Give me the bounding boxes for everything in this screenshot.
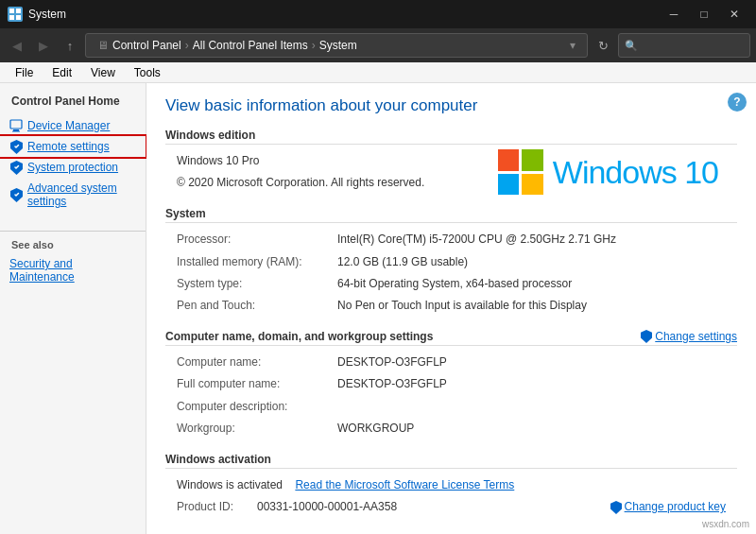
sidebar-title: Control Panel Home: [0, 91, 146, 115]
path-sep-2: ›: [312, 39, 316, 52]
search-icon: 🔍: [625, 40, 638, 52]
up-button[interactable]: ↑: [59, 34, 81, 57]
titlebar-app-icon: [8, 7, 23, 22]
path-dropdown-icon: ▾: [570, 39, 576, 52]
advanced-settings-icon: [9, 188, 23, 201]
windows-logo-grid: [498, 149, 543, 195]
help-button[interactable]: ?: [728, 93, 747, 112]
path-sep-1: ›: [185, 39, 189, 52]
system-type-value: 64-bit Operating System, x64-based proce…: [337, 275, 726, 293]
watermark: wsxdn.com: [699, 518, 752, 530]
system-protection-icon: [9, 161, 23, 174]
svg-rect-2: [9, 15, 14, 20]
menu-file[interactable]: File: [8, 64, 41, 81]
product-id-value: 00331-10000-00001-AA358: [257, 498, 610, 516]
titlebar: System ─ □ ✕: [0, 0, 756, 28]
product-id-label: Product ID:: [177, 498, 257, 516]
path-system: System: [319, 39, 357, 52]
computer-section-header: Computer name, domain, and workgroup set…: [165, 330, 737, 346]
processor-label: Processor:: [177, 231, 337, 249]
path-control-panel: Control Panel: [112, 39, 181, 52]
menubar: File Edit View Tools: [0, 62, 756, 83]
change-settings-button[interactable]: Change settings: [641, 330, 737, 343]
workgroup-value: WORKGROUP: [337, 420, 726, 438]
titlebar-controls: ─ □ ✕: [660, 0, 748, 28]
titlebar-title: System: [28, 8, 660, 21]
path-all-items: All Control Panel Items: [193, 39, 308, 52]
refresh-button[interactable]: ↻: [592, 34, 614, 57]
content-area: ? View basic information about your comp…: [146, 83, 756, 534]
forward-button[interactable]: ▶: [32, 34, 55, 57]
change-settings-label: Change settings: [655, 330, 737, 343]
win-tile-blue: [498, 174, 520, 196]
svg-rect-4: [10, 120, 22, 129]
menu-edit[interactable]: Edit: [44, 64, 79, 81]
computer-desc-label: Computer description:: [177, 398, 337, 416]
menu-view[interactable]: View: [83, 64, 123, 81]
system-protection-label: System protection: [27, 161, 118, 174]
activation-status-row: Windows is activated Read the Microsoft …: [165, 474, 737, 496]
security-maintenance-label: Security and Maintenance: [9, 257, 136, 284]
pen-touch-row: Pen and Touch: No Pen or Touch Input is …: [165, 295, 737, 317]
change-product-key-button[interactable]: Change product key: [610, 498, 726, 516]
windows-logo-container: Windows 10: [498, 149, 718, 195]
main-container: Control Panel Home Device Manager Remote…: [0, 83, 756, 534]
sidebar-item-remote-settings[interactable]: Remote settings: [0, 136, 146, 157]
full-computer-name-row: Full computer name: DESKTOP-O3FGFLP: [165, 373, 737, 395]
win-tile-yellow: [522, 174, 543, 196]
system-type-label: System type:: [177, 275, 337, 293]
license-terms-link[interactable]: Read the Microsoft Software License Term…: [295, 478, 514, 491]
pen-touch-label: Pen and Touch:: [177, 297, 337, 315]
computer-name-value: DESKTOP-O3FGFLP: [337, 353, 726, 371]
full-computer-name-value: DESKTOP-O3FGFLP: [337, 375, 726, 393]
windows-edition-section: Windows edition Windows 10 Windows 10 Pr…: [165, 129, 737, 194]
device-manager-label: Device Manager: [27, 119, 110, 132]
win-tile-green: [522, 149, 543, 171]
minimize-button[interactable]: ─: [660, 0, 688, 28]
activation-section-header: Windows activation: [165, 453, 737, 469]
computer-section-title: Computer name, domain, and workgroup set…: [165, 330, 433, 343]
system-type-row: System type: 64-bit Operating System, x6…: [165, 273, 737, 295]
remote-settings-icon: [9, 140, 23, 153]
svg-rect-6: [12, 131, 20, 132]
sidebar-item-device-manager[interactable]: Device Manager: [0, 115, 146, 136]
address-path[interactable]: 🖥 Control Panel › All Control Panel Item…: [85, 33, 588, 58]
menu-tools[interactable]: Tools: [127, 64, 168, 81]
processor-value: Intel(R) Core(TM) i5-7200U CPU @ 2.50GHz…: [337, 231, 726, 249]
see-also-header: See also: [0, 231, 146, 254]
windows-logo-text: Windows 10: [553, 154, 718, 191]
back-button[interactable]: ◀: [6, 34, 28, 57]
system-section-header: System: [165, 207, 737, 223]
sidebar-item-system-protection[interactable]: System protection: [0, 157, 146, 178]
computer-desc-value: [337, 398, 726, 416]
win-tile-red: [498, 149, 520, 171]
advanced-settings-label: Advanced system settings: [27, 181, 136, 208]
computer-name-section: Computer name, domain, and workgroup set…: [165, 330, 737, 439]
addressbar: ◀ ▶ ↑ 🖥 Control Panel › All Control Pane…: [0, 28, 756, 62]
activation-status: Windows is activated Read the Microsoft …: [177, 476, 726, 494]
content-title: View basic information about your comput…: [165, 96, 737, 115]
close-button[interactable]: ✕: [720, 0, 748, 28]
workgroup-label: Workgroup:: [177, 420, 337, 438]
device-manager-icon: [9, 119, 23, 132]
path-computer-icon: 🖥: [97, 39, 109, 52]
change-product-key-label: Change product key: [625, 498, 726, 516]
computer-name-row: Computer name: DESKTOP-O3FGFLP: [165, 352, 737, 373]
activation-status-text: Windows is activated: [177, 478, 283, 491]
windows-edition-header: Windows edition: [165, 129, 737, 145]
sidebar-item-advanced-settings[interactable]: Advanced system settings: [0, 178, 146, 212]
activation-section: Windows activation Windows is activated …: [165, 453, 737, 518]
workgroup-row: Workgroup: WORKGROUP: [165, 418, 737, 439]
sidebar-item-security-maintenance[interactable]: Security and Maintenance: [0, 254, 146, 286]
maximize-button[interactable]: □: [690, 0, 718, 28]
computer-desc-row: Computer description:: [165, 396, 737, 418]
processor-row: Processor: Intel(R) Core(TM) i5-7200U CP…: [165, 229, 737, 250]
product-id-row: Product ID: 00331-10000-00001-AA358 Chan…: [165, 496, 737, 518]
search-box[interactable]: 🔍: [618, 33, 750, 58]
system-section: System Processor: Intel(R) Core(TM) i5-7…: [165, 207, 737, 317]
svg-rect-0: [9, 9, 14, 13]
computer-name-label: Computer name:: [177, 353, 337, 371]
pen-touch-value: No Pen or Touch Input is available for t…: [337, 297, 726, 315]
ram-label: Installed memory (RAM):: [177, 253, 337, 271]
sidebar: Control Panel Home Device Manager Remote…: [0, 83, 146, 534]
